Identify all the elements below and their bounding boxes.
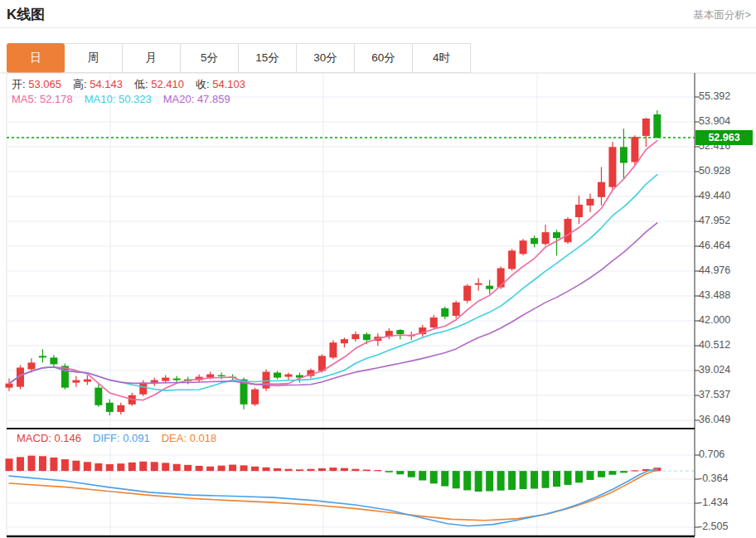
ma-field-2: MA20: 47.859 [163,93,230,105]
ohlc-info-row: 开: 53.065高: 54.143低: 52.410收: 54.103 [12,77,245,92]
price-tick-10: 40.512 [699,339,755,351]
price-tick-3: 50.928 [699,165,755,177]
macd-tick-0: 0.706 [699,448,755,460]
price-tick-6: 46.464 [699,240,755,251]
macd-field-2: DEA: 0.018 [162,432,217,444]
price-tick-11: 39.024 [699,364,755,376]
price-tick-13: 36.049 [699,414,755,425]
current-price-tag: 52.963 [695,130,753,145]
price-tick-8: 43.488 [699,289,755,301]
ohlc-field-1: 高: 54.143 [73,77,123,92]
price-tick-0: 55.392 [699,90,755,102]
macd-info-row: MACD: 0.146DIFF: 0.091DEA: 0.018 [17,432,216,444]
macd-tick-1: -0.364 [699,473,755,484]
ma-field-1: MA10: 50.323 [85,93,152,105]
ma-field-0: MA5: 52.178 [12,93,73,105]
ma-info-row: MA5: 52.178MA10: 50.323MA20: 47.859 [12,93,230,105]
ohlc-field-2: 低: 52.410 [134,77,184,92]
price-tick-12: 37.537 [699,389,755,400]
ohlc-field-0: 开: 53.065 [12,77,61,92]
macd-tick-3: -2.505 [699,521,755,532]
price-tick-5: 47.952 [699,215,755,226]
price-tick-9: 42.000 [699,314,755,326]
price-tick-7: 44.976 [699,264,755,276]
price-tick-1: 53.904 [699,115,755,127]
macd-field-0: MACD: 0.146 [17,432,81,444]
macd-tick-2: -1.434 [699,497,755,508]
price-tick-4: 49.440 [699,190,755,201]
ohlc-field-3: 收: 54.103 [196,77,245,92]
macd-field-1: DIFF: 0.091 [93,432,150,444]
